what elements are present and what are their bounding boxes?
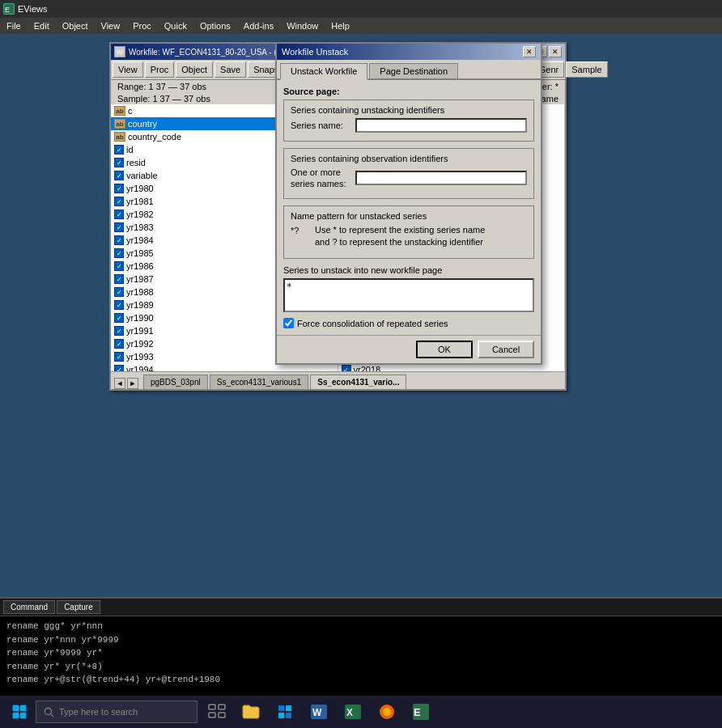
menu-edit[interactable]: Edit <box>31 19 53 32</box>
observation-row: One or more series names: <box>291 167 527 190</box>
svg-rect-13 <box>286 705 291 711</box>
svg-rect-9 <box>219 705 225 709</box>
svg-point-6 <box>45 708 51 714</box>
series-item-label: yr1993 <box>126 352 154 362</box>
series-item-label: country_code <box>128 132 181 142</box>
eviews-taskbar-icon[interactable]: E <box>405 696 437 728</box>
svg-rect-11 <box>219 713 225 717</box>
series-item-label: yr1992 <box>126 339 154 349</box>
page-tab-3[interactable]: Ss_econ4131_vario... <box>310 375 406 389</box>
series-item-label: yr1986 <box>126 261 154 271</box>
range-text: Range: 1 37 — 37 obs <box>117 82 206 91</box>
sample-text: Sample: 1 37 — 37 obs <box>117 94 210 104</box>
series-item-label: yr1994 <box>126 365 154 371</box>
series-item-label: id <box>126 145 134 154</box>
series-item-label: yr1987 <box>126 274 154 284</box>
svg-point-21 <box>383 708 391 716</box>
menu-file[interactable]: File <box>3 19 24 32</box>
menu-view[interactable]: View <box>98 19 124 32</box>
menu-object[interactable]: Object <box>59 19 91 32</box>
proc-button[interactable]: Proc <box>145 61 175 78</box>
ok-button[interactable]: OK <box>416 341 473 358</box>
pattern-row: *? Use * to represent the existing serie… <box>291 224 527 249</box>
series-item-label: yr1985 <box>126 248 154 258</box>
series-item-label: yr1981 <box>126 197 154 206</box>
series-item-label: yr1980 <box>126 184 154 193</box>
menu-options[interactable]: Options <box>197 19 234 32</box>
start-button[interactable] <box>3 696 36 728</box>
svg-text:X: X <box>346 707 353 718</box>
series-name-label: Series name: <box>291 121 355 130</box>
search-placeholder: Type here to search <box>59 707 138 717</box>
svg-rect-14 <box>278 713 284 718</box>
series-item-label: c <box>128 106 133 116</box>
view-button[interactable]: View <box>113 61 143 78</box>
file-explorer-icon[interactable] <box>235 696 267 728</box>
menu-window[interactable]: Window <box>283 19 321 32</box>
pattern-line1: Use * to represent the existing series n… <box>315 224 527 236</box>
command-line: rename yr* yr(*+8) <box>6 660 716 674</box>
observation-input[interactable] <box>355 171 527 185</box>
tab-next[interactable]: ► <box>127 378 138 389</box>
series-item-label: yr1991 <box>126 326 154 336</box>
workfile-icon: W <box>114 46 125 57</box>
cancel-button[interactable]: Cancel <box>478 341 534 358</box>
dialog-titlebar-controls: ✕ <box>523 46 536 57</box>
svg-line-7 <box>50 713 53 717</box>
series-item-label: yr1983 <box>126 222 154 232</box>
observation-title: Series containing observation identifier… <box>291 154 527 163</box>
svg-rect-2 <box>13 705 19 712</box>
command-tab-bar: Command Capture <box>0 599 722 616</box>
svg-rect-8 <box>209 705 215 709</box>
pattern-desc: Use * to represent the existing series n… <box>315 224 527 249</box>
tab-page-destination[interactable]: Page Destination <box>369 63 458 78</box>
command-tab[interactable]: Command <box>3 600 55 614</box>
page-tabs: ◄ ► pgBDS_03pnl Ss_econ4131_various1 Ss_… <box>111 371 565 389</box>
store-icon[interactable] <box>269 696 301 728</box>
save-button[interactable]: Save <box>214 61 246 78</box>
page-tab-nav: ◄ ► <box>114 378 138 389</box>
top-menu: File Edit Object View Proc Quick Options… <box>0 18 722 34</box>
close-button[interactable]: ✕ <box>549 46 562 57</box>
menu-help[interactable]: Help <box>328 19 353 32</box>
series-item-label: country <box>128 119 157 129</box>
pattern-title: Name pattern for unstacked series <box>291 211 527 221</box>
one-or-more-label: One or more series names: <box>291 167 355 190</box>
unstack-textarea[interactable]: * <box>283 278 534 312</box>
menu-quick[interactable]: Quick <box>161 19 190 32</box>
dialog-buttons: OK Cancel <box>277 335 541 363</box>
page-tab-2[interactable]: Ss_econ4131_various1 <box>210 375 309 389</box>
dialog-tabs: Unstack Workfile Page Destination <box>277 60 541 80</box>
dialog-close-button[interactable]: ✕ <box>523 46 536 57</box>
windows-taskbar: Type here to search <box>0 696 722 728</box>
capture-tab[interactable]: Capture <box>57 600 100 614</box>
dialog-content: Source page: Series containing unstackin… <box>277 80 541 335</box>
menu-proc[interactable]: Proc <box>130 19 155 32</box>
series-item-label: yr1990 <box>126 313 154 323</box>
task-view-icon[interactable] <box>201 696 233 728</box>
app-title: E EViews <box>3 3 47 15</box>
windows-search[interactable]: Type here to search <box>36 700 197 723</box>
pattern-group: Name pattern for unstacked series *? Use… <box>283 205 534 260</box>
object-button[interactable]: Object <box>176 61 213 78</box>
capture-tab-label: Capture <box>64 603 93 612</box>
identifiers-group: Series containing unstacking identifiers… <box>283 99 534 142</box>
dialog-title: Workfile Unstack <box>282 47 348 57</box>
tab-unstack-workfile[interactable]: Unstack Workfile <box>280 63 367 80</box>
sample-button[interactable]: Sample <box>566 61 607 78</box>
observation-group: Series containing observation identifier… <box>283 148 534 199</box>
series-item-label: resid <box>126 158 146 167</box>
tab-prev[interactable]: ◄ <box>114 378 125 389</box>
series-name-input[interactable] <box>355 118 527 133</box>
excel-icon[interactable]: X <box>337 696 369 728</box>
svg-rect-15 <box>286 713 291 718</box>
svg-rect-4 <box>13 713 19 719</box>
svg-text:E: E <box>414 706 421 718</box>
menu-addins[interactable]: Add-ins <box>240 19 277 32</box>
page-tab-1[interactable]: pgBDS_03pnl <box>143 375 208 389</box>
force-consolidation-row: Force consolidation of repeated series <box>283 318 534 328</box>
series-name-row: Series name: <box>291 118 527 133</box>
firefox-icon[interactable] <box>371 696 403 728</box>
word-icon[interactable]: W <box>303 696 335 728</box>
force-consolidation-checkbox[interactable] <box>283 318 294 328</box>
